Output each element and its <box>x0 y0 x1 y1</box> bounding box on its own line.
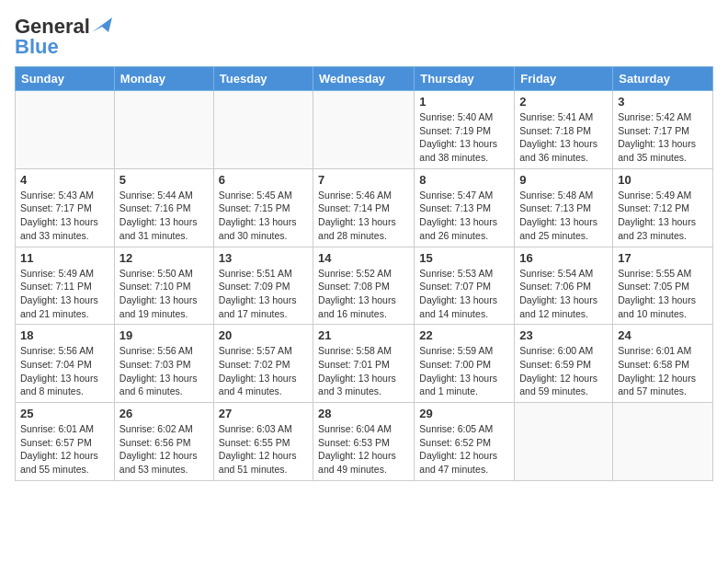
week-row-5: 25Sunrise: 6:01 AM Sunset: 6:57 PM Dayli… <box>16 403 713 481</box>
day-cell: 3Sunrise: 5:42 AM Sunset: 7:17 PM Daylig… <box>613 91 713 169</box>
day-number: 13 <box>219 251 308 265</box>
day-cell: 24Sunrise: 6:01 AM Sunset: 6:58 PM Dayli… <box>613 325 713 403</box>
day-number: 11 <box>20 251 109 265</box>
day-info: Sunrise: 5:49 AM Sunset: 7:12 PM Dayligh… <box>618 189 708 243</box>
day-cell: 28Sunrise: 6:04 AM Sunset: 6:53 PM Dayli… <box>313 403 415 481</box>
day-info: Sunrise: 5:53 AM Sunset: 7:07 PM Dayligh… <box>419 267 509 321</box>
day-info: Sunrise: 5:40 AM Sunset: 7:19 PM Dayligh… <box>419 110 509 165</box>
day-cell <box>213 91 313 169</box>
day-cell: 9Sunrise: 5:48 AM Sunset: 7:13 PM Daylig… <box>515 168 613 247</box>
day-number: 12 <box>119 251 209 265</box>
day-number: 1 <box>419 95 509 109</box>
day-cell: 14Sunrise: 5:52 AM Sunset: 7:08 PM Dayli… <box>313 247 415 325</box>
day-number: 15 <box>419 251 509 265</box>
logo: General Blue <box>15 15 112 59</box>
day-cell: 7Sunrise: 5:46 AM Sunset: 7:14 PM Daylig… <box>313 168 415 247</box>
day-number: 2 <box>519 95 608 109</box>
week-row-2: 4Sunrise: 5:43 AM Sunset: 7:17 PM Daylig… <box>16 168 713 247</box>
day-cell: 11Sunrise: 5:49 AM Sunset: 7:11 PM Dayli… <box>16 247 115 325</box>
day-number: 18 <box>20 328 109 342</box>
day-cell <box>313 91 415 169</box>
day-cell <box>16 91 115 169</box>
day-cell: 22Sunrise: 5:59 AM Sunset: 7:00 PM Dayli… <box>415 325 515 403</box>
day-info: Sunrise: 5:41 AM Sunset: 7:18 PM Dayligh… <box>519 110 608 165</box>
day-number: 21 <box>318 328 409 342</box>
col-header-sunday: Sunday <box>16 67 115 91</box>
day-cell: 13Sunrise: 5:51 AM Sunset: 7:09 PM Dayli… <box>213 247 313 325</box>
day-info: Sunrise: 5:56 AM Sunset: 7:03 PM Dayligh… <box>119 344 209 398</box>
col-header-wednesday: Wednesday <box>313 67 415 91</box>
day-cell: 29Sunrise: 6:05 AM Sunset: 6:52 PM Dayli… <box>415 403 515 481</box>
day-info: Sunrise: 5:45 AM Sunset: 7:15 PM Dayligh… <box>219 189 308 243</box>
col-header-saturday: Saturday <box>613 67 713 91</box>
day-info: Sunrise: 6:04 AM Sunset: 6:53 PM Dayligh… <box>318 422 409 477</box>
day-info: Sunrise: 6:03 AM Sunset: 6:55 PM Dayligh… <box>219 422 308 477</box>
calendar-table: SundayMondayTuesdayWednesdayThursdayFrid… <box>15 66 713 481</box>
day-cell: 12Sunrise: 5:50 AM Sunset: 7:10 PM Dayli… <box>114 247 213 325</box>
day-number: 20 <box>219 328 308 342</box>
day-cell: 5Sunrise: 5:44 AM Sunset: 7:16 PM Daylig… <box>114 168 213 247</box>
day-info: Sunrise: 5:44 AM Sunset: 7:16 PM Dayligh… <box>119 189 209 243</box>
day-info: Sunrise: 5:58 AM Sunset: 7:01 PM Dayligh… <box>318 344 409 398</box>
day-cell: 19Sunrise: 5:56 AM Sunset: 7:03 PM Dayli… <box>114 325 213 403</box>
day-cell: 16Sunrise: 5:54 AM Sunset: 7:06 PM Dayli… <box>515 247 613 325</box>
day-info: Sunrise: 5:46 AM Sunset: 7:14 PM Dayligh… <box>318 189 409 243</box>
day-number: 9 <box>519 173 608 187</box>
day-info: Sunrise: 5:43 AM Sunset: 7:17 PM Dayligh… <box>20 189 109 243</box>
day-number: 3 <box>618 95 708 109</box>
day-info: Sunrise: 5:56 AM Sunset: 7:04 PM Dayligh… <box>20 344 109 398</box>
day-info: Sunrise: 6:01 AM Sunset: 6:57 PM Dayligh… <box>20 422 109 477</box>
day-info: Sunrise: 6:05 AM Sunset: 6:52 PM Dayligh… <box>419 422 509 477</box>
day-number: 25 <box>20 407 109 420</box>
day-info: Sunrise: 5:47 AM Sunset: 7:13 PM Dayligh… <box>419 189 509 243</box>
col-header-monday: Monday <box>114 67 213 91</box>
day-info: Sunrise: 6:00 AM Sunset: 6:59 PM Dayligh… <box>519 344 608 398</box>
day-number: 10 <box>618 173 708 187</box>
day-info: Sunrise: 5:52 AM Sunset: 7:08 PM Dayligh… <box>318 267 409 321</box>
day-number: 5 <box>119 173 209 187</box>
col-header-thursday: Thursday <box>415 67 515 91</box>
day-cell: 10Sunrise: 5:49 AM Sunset: 7:12 PM Dayli… <box>613 168 713 247</box>
week-row-1: 1Sunrise: 5:40 AM Sunset: 7:19 PM Daylig… <box>16 91 713 169</box>
day-number: 26 <box>119 407 209 420</box>
week-row-4: 18Sunrise: 5:56 AM Sunset: 7:04 PM Dayli… <box>16 325 713 403</box>
day-cell <box>114 91 213 169</box>
day-number: 22 <box>419 328 509 342</box>
col-header-friday: Friday <box>515 67 613 91</box>
day-cell: 23Sunrise: 6:00 AM Sunset: 6:59 PM Dayli… <box>515 325 613 403</box>
day-info: Sunrise: 5:54 AM Sunset: 7:06 PM Dayligh… <box>519 267 608 321</box>
day-cell: 15Sunrise: 5:53 AM Sunset: 7:07 PM Dayli… <box>415 247 515 325</box>
day-cell: 8Sunrise: 5:47 AM Sunset: 7:13 PM Daylig… <box>415 168 515 247</box>
day-number: 19 <box>119 328 209 342</box>
day-number: 29 <box>419 407 509 420</box>
day-cell: 6Sunrise: 5:45 AM Sunset: 7:15 PM Daylig… <box>213 168 313 247</box>
day-cell: 18Sunrise: 5:56 AM Sunset: 7:04 PM Dayli… <box>16 325 115 403</box>
day-cell: 27Sunrise: 6:03 AM Sunset: 6:55 PM Dayli… <box>213 403 313 481</box>
calendar-header-row: SundayMondayTuesdayWednesdayThursdayFrid… <box>16 67 713 91</box>
day-number: 8 <box>419 173 509 187</box>
day-number: 4 <box>20 173 109 187</box>
day-cell: 4Sunrise: 5:43 AM Sunset: 7:17 PM Daylig… <box>16 168 115 247</box>
day-info: Sunrise: 5:42 AM Sunset: 7:17 PM Dayligh… <box>618 110 708 165</box>
day-info: Sunrise: 5:50 AM Sunset: 7:10 PM Dayligh… <box>119 267 209 321</box>
svg-marker-0 <box>92 17 112 32</box>
day-cell: 21Sunrise: 5:58 AM Sunset: 7:01 PM Dayli… <box>313 325 415 403</box>
day-number: 24 <box>618 328 708 342</box>
day-cell <box>515 403 613 481</box>
day-info: Sunrise: 5:57 AM Sunset: 7:02 PM Dayligh… <box>219 344 308 398</box>
day-cell: 17Sunrise: 5:55 AM Sunset: 7:05 PM Dayli… <box>613 247 713 325</box>
logo-blue: Blue <box>15 35 59 59</box>
day-number: 16 <box>519 251 608 265</box>
header: General Blue <box>15 15 713 59</box>
day-cell <box>613 403 713 481</box>
day-info: Sunrise: 6:01 AM Sunset: 6:58 PM Dayligh… <box>618 344 708 398</box>
col-header-tuesday: Tuesday <box>213 67 313 91</box>
logo-bird-icon <box>92 17 112 32</box>
day-info: Sunrise: 5:55 AM Sunset: 7:05 PM Dayligh… <box>618 267 708 321</box>
day-number: 23 <box>519 328 608 342</box>
day-cell: 25Sunrise: 6:01 AM Sunset: 6:57 PM Dayli… <box>16 403 115 481</box>
day-number: 28 <box>318 407 409 420</box>
day-number: 27 <box>219 407 308 420</box>
day-number: 14 <box>318 251 409 265</box>
day-info: Sunrise: 6:02 AM Sunset: 6:56 PM Dayligh… <box>119 422 209 477</box>
